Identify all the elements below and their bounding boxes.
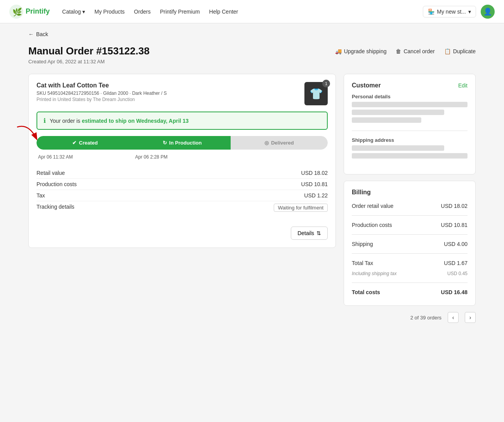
pagination-next[interactable]: › bbox=[465, 312, 476, 323]
date-delivered bbox=[231, 154, 328, 160]
left-panel: Cat with Leaf Cotton Tee SKU 54951042842… bbox=[28, 74, 336, 329]
order-row-tracking: Tracking details Waiting for fulfilment bbox=[36, 201, 328, 214]
nav-help[interactable]: Help Center bbox=[209, 9, 238, 15]
store-name: My new st... bbox=[437, 9, 466, 15]
copy-icon: 📋 bbox=[444, 48, 451, 54]
personal-phone-blurred bbox=[352, 117, 421, 123]
refresh-icon: ↻ bbox=[163, 140, 167, 146]
nav-orders[interactable]: Orders bbox=[134, 9, 151, 15]
step-in-production: ↻ In Production bbox=[134, 136, 231, 150]
edit-customer-link[interactable]: Edit bbox=[458, 82, 468, 89]
billing-row-production: Production costs USD 10.81 bbox=[352, 220, 468, 230]
content-grid: Cat with Leaf Cotton Tee SKU 54951042842… bbox=[28, 74, 476, 329]
red-arrow-indicator bbox=[13, 123, 40, 146]
main-content: ← Back Manual Order #153122.38 Created A… bbox=[19, 23, 485, 337]
customer-card: Customer Edit Personal details Shipping … bbox=[344, 74, 476, 174]
product-sku: SKU 54951042842172950156 · Gildan 2000 ·… bbox=[36, 91, 167, 96]
shipping-section: Shipping address bbox=[352, 137, 468, 159]
shipping-line1-blurred bbox=[352, 145, 444, 151]
order-row-production: Production costs USD 10.81 bbox=[36, 178, 328, 190]
nav-premium[interactable]: Printify Premium bbox=[160, 9, 200, 15]
nav-my-products[interactable]: My Products bbox=[94, 9, 125, 15]
pagination-text: 2 of 39 orders bbox=[410, 315, 441, 321]
shipping-address-label: Shipping address bbox=[352, 137, 468, 143]
header-actions: 🚚 Upgrade shipping 🗑 Cancel order 📋 Dupl… bbox=[335, 48, 476, 54]
circle-icon: ◎ bbox=[264, 140, 269, 146]
step-created: ✔ Created bbox=[36, 136, 134, 150]
tracking-badge: Waiting for fulfilment bbox=[274, 204, 328, 212]
personal-email-blurred bbox=[352, 110, 444, 115]
customer-title: Customer Edit bbox=[352, 82, 468, 89]
billing-row-retail: Order retail value USD 18.02 bbox=[352, 201, 468, 211]
page-header: Manual Order #153122.38 Created Apr 06, … bbox=[28, 45, 476, 65]
product-info: Cat with Leaf Cotton Tee SKU 54951042842… bbox=[36, 82, 167, 102]
estimate-text: Your order is estimated to ship on Wedne… bbox=[50, 118, 189, 124]
avatar-icon: 👤 bbox=[483, 7, 492, 16]
pagination: 2 of 39 orders ‹ › bbox=[344, 306, 476, 329]
billing-div-3 bbox=[352, 253, 468, 254]
page-title-area: Manual Order #153122.38 Created Apr 06, … bbox=[28, 45, 335, 65]
upgrade-shipping-button[interactable]: 🚚 Upgrade shipping bbox=[335, 48, 387, 54]
cancel-order-button[interactable]: 🗑 Cancel order bbox=[396, 48, 434, 54]
pagination-prev[interactable]: ‹ bbox=[448, 312, 459, 323]
chevron-down-icon: ▾ bbox=[468, 9, 471, 15]
progress-bar: ✔ Created ↻ In Production ◎ Delivered bbox=[36, 136, 328, 150]
user-avatar[interactable]: 👤 bbox=[481, 5, 495, 19]
customer-divider bbox=[352, 131, 468, 131]
logo[interactable]: 🌿 Printify bbox=[9, 5, 50, 19]
order-detail-rows: Retail value USD 18.02 Production costs … bbox=[36, 167, 328, 214]
truck-icon: 🚚 bbox=[335, 48, 342, 54]
product-card: Cat with Leaf Cotton Tee SKU 54951042842… bbox=[28, 74, 336, 248]
billing-row-shipping-tax: Including shipping tax USD 0.45 bbox=[352, 269, 468, 279]
back-label: Back bbox=[36, 31, 48, 37]
progress-dates: Apr 06 11:32 AM Apr 06 2:28 PM bbox=[36, 154, 328, 160]
logo-text: Printify bbox=[26, 7, 50, 16]
nav-catalog[interactable]: Catalog ▾ bbox=[62, 9, 85, 15]
duplicate-button[interactable]: 📋 Duplicate bbox=[444, 48, 476, 54]
navbar: 🌿 Printify Catalog ▾ My Products Orders … bbox=[0, 0, 504, 23]
product-name: Cat with Leaf Cotton Tee bbox=[36, 82, 167, 89]
estimate-box: ℹ Your order is estimated to ship on Wed… bbox=[36, 112, 328, 130]
trash-icon: 🗑 bbox=[396, 48, 401, 54]
svg-text:🌿: 🌿 bbox=[12, 7, 22, 17]
back-button[interactable]: ← Back bbox=[28, 31, 476, 37]
date-created: Apr 06 11:32 AM bbox=[36, 154, 134, 160]
personal-details-label: Personal details bbox=[352, 94, 468, 99]
product-image-wrapper: 👕 1 bbox=[304, 82, 328, 105]
customer-section: Customer Edit Personal details bbox=[352, 82, 468, 123]
billing-row-total: Total costs USD 16.48 bbox=[352, 287, 468, 298]
store-selector[interactable]: 🏪 My new st... ▾ bbox=[423, 6, 476, 17]
billing-div-1 bbox=[352, 215, 468, 216]
page-title: Manual Order #153122.38 bbox=[28, 45, 335, 57]
billing-row-tax: Total Tax USD 1.67 bbox=[352, 258, 468, 269]
check-icon: ✔ bbox=[72, 140, 76, 146]
billing-div-2 bbox=[352, 234, 468, 235]
order-row-retail: Retail value USD 18.02 bbox=[36, 167, 328, 178]
product-printed-by: Printed in United States by The Dream Ju… bbox=[36, 97, 167, 102]
step-delivered: ◎ Delivered bbox=[231, 136, 328, 150]
right-panel: Customer Edit Personal details Shipping … bbox=[344, 74, 476, 329]
expand-icon: ⇅ bbox=[316, 230, 321, 236]
billing-div-4 bbox=[352, 282, 468, 283]
order-row-tax: Tax USD 1.22 bbox=[36, 190, 328, 201]
product-header: Cat with Leaf Cotton Tee SKU 54951042842… bbox=[36, 82, 328, 105]
shipping-line2-blurred bbox=[352, 153, 468, 159]
billing-row-shipping: Shipping USD 4.00 bbox=[352, 239, 468, 249]
details-button[interactable]: Details ⇅ bbox=[291, 227, 328, 240]
billing-card: Billing Order retail value USD 18.02 Pro… bbox=[344, 181, 476, 306]
date-in-production: Apr 06 2:28 PM bbox=[134, 154, 231, 160]
estimate-wrapper: ℹ Your order is estimated to ship on Wed… bbox=[36, 112, 328, 130]
personal-name-blurred bbox=[352, 102, 468, 107]
product-quantity-badge: 1 bbox=[322, 80, 330, 87]
chevron-down-icon: ▾ bbox=[82, 9, 85, 15]
billing-title: Billing bbox=[352, 189, 468, 196]
order-created-date: Created Apr 06, 2022 at 11:32 AM bbox=[28, 59, 335, 65]
info-icon: ℹ bbox=[43, 117, 46, 124]
nav-links: Catalog ▾ My Products Orders Printify Pr… bbox=[62, 9, 410, 15]
back-arrow-icon: ← bbox=[28, 31, 34, 37]
logo-icon: 🌿 bbox=[9, 5, 23, 19]
nav-right: 🏪 My new st... ▾ 👤 bbox=[423, 5, 495, 19]
